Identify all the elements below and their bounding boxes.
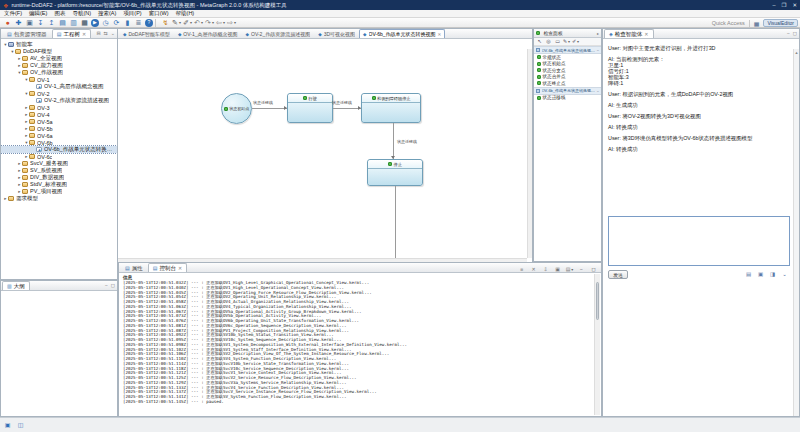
tree-item[interactable]: OV-6b_作战单元状态转换视图 — [1, 146, 117, 153]
tree-item[interactable]: OV-1 — [1, 76, 117, 83]
scrollbar-thumb[interactable] — [596, 282, 599, 320]
menu-item[interactable]: 项目(P) — [123, 10, 141, 17]
chat-input[interactable] — [608, 216, 790, 266]
tree-item[interactable]: SvcV_服务视图 — [1, 160, 117, 167]
state-initial-node[interactable]: 状态初始点 — [221, 93, 252, 124]
matrix-view-icon[interactable]: ▦ — [80, 18, 89, 27]
tree-item[interactable]: OV-6b — [1, 139, 117, 146]
columns-icon[interactable]: ▮ — [123, 18, 132, 27]
view-menu-icon[interactable]: ⌄ — [111, 31, 115, 36]
transition-line[interactable] — [395, 186, 396, 263]
tree-item[interactable]: AV_全景视图 — [1, 55, 117, 62]
tree-item[interactable]: PV_项目视图 — [1, 188, 117, 195]
undo-icon[interactable]: ↶ — [194, 18, 203, 27]
model-icon[interactable]: ◨ — [768, 270, 777, 279]
tree-item[interactable]: OV-4 — [1, 111, 117, 118]
select-tool-icon[interactable]: ↖ — [536, 38, 543, 45]
import-icon[interactable]: ↧ — [36, 18, 45, 27]
toolbar-separator[interactable] — [155, 19, 159, 27]
redo-icon[interactable]: ↷ — [205, 18, 214, 27]
image-view-icon[interactable]: ▤ — [58, 18, 67, 27]
lightning-icon[interactable]: ↯ — [161, 18, 170, 27]
active-config-icon[interactable]: ● — [3, 18, 12, 27]
tree-item[interactable]: OV-5a — [1, 118, 117, 125]
tree-item[interactable]: OV-5b — [1, 125, 117, 132]
close-icon[interactable]: ✕ — [644, 31, 648, 37]
zoom-tool-icon[interactable]: ◎ — [545, 38, 552, 45]
clear-console-icon[interactable]: ✕ — [529, 265, 538, 274]
tree-item[interactable]: StdV_标准视图 — [1, 181, 117, 188]
run-play-icon[interactable]: ▶ — [91, 19, 99, 27]
tree-item[interactable]: OV-1_高层作战概念视图 — [1, 83, 117, 90]
transition-label[interactable]: 状态迁移线 — [332, 100, 352, 105]
new-model-icon[interactable]: ✚ — [14, 18, 23, 27]
tree-item[interactable]: 需求模型 — [1, 195, 117, 202]
transition-label[interactable]: 状态迁移线 — [397, 139, 417, 144]
forward-icon[interactable]: ⇨ — [227, 18, 236, 27]
terminate-icon[interactable]: ■ — [517, 265, 526, 274]
tab-outline[interactable]: ▥大纲 — [2, 281, 30, 290]
transition-label[interactable]: 状态迁移线 — [253, 100, 273, 105]
maximize-panel-icon[interactable]: ◻ — [793, 31, 797, 36]
tree-item[interactable]: OV-6a — [1, 132, 117, 139]
tab-ov6b[interactable]: ◆OV-6b_作战单元状态转换视图✕ — [359, 29, 445, 38]
sync-status-icon[interactable]: ◫ — [16, 421, 25, 430]
attachment-icon[interactable]: ▣ — [756, 270, 765, 279]
marquee-tool-icon[interactable]: ▭ — [554, 38, 561, 45]
minimize-panel-icon[interactable]: − — [105, 283, 108, 288]
maximize-button[interactable]: ❐ — [781, 2, 786, 8]
minimize-panel-icon[interactable]: − — [577, 265, 586, 274]
export-icon[interactable]: ↥ — [47, 18, 56, 27]
maximize-panel-icon[interactable]: ◻ — [111, 283, 115, 288]
canvas-vertical-scrollbar[interactable] — [527, 49, 532, 258]
tab-dodaf-model[interactable]: ◆DoDAF智能车模型✕ — [119, 29, 174, 38]
link-editor-icon[interactable]: ⇆ — [104, 31, 108, 36]
state-node-stop[interactable]: 停止 — [367, 159, 423, 186]
save-icon[interactable]: ▣ — [25, 18, 34, 27]
collapse-icon[interactable] — [597, 88, 599, 94]
tab-3d-view[interactable]: ◆3D可视化视图✕ — [314, 29, 359, 38]
tree-item[interactable]: OV-3 — [1, 104, 117, 111]
sync-icon[interactable]: ⟳ — [112, 18, 121, 27]
collapse-all-icon[interactable]: ⊟ — [96, 31, 100, 36]
menu-icon[interactable]: ⌄ — [780, 270, 789, 279]
perspective-grid-icon[interactable]: ▦ — [754, 20, 760, 27]
tree-item[interactable]: DoDAF模型 — [1, 48, 117, 55]
menu-item[interactable]: 导航(N) — [72, 10, 91, 17]
close-button[interactable]: ✕ — [792, 2, 797, 8]
scene-view-icon[interactable]: ▥ — [69, 18, 78, 27]
state-node-driving[interactable]: 行驶 — [287, 93, 333, 123]
text-tool-icon[interactable]: ✐ — [572, 38, 579, 45]
perspective-button[interactable]: VisualEditor — [763, 19, 798, 27]
transition-line[interactable] — [333, 108, 361, 109]
tree-item[interactable]: CV_能力视图 — [1, 62, 117, 69]
model-status-icon[interactable]: ▣ — [3, 421, 12, 430]
report-icon[interactable]: ≣ — [134, 18, 143, 27]
maximize-panel-icon[interactable]: ◻ — [589, 265, 598, 274]
menu-item[interactable]: 搜索(A) — [98, 10, 116, 17]
minimize-button[interactable]: – — [772, 2, 775, 8]
tab-project-tree[interactable]: ▤工程树✕ — [52, 29, 91, 38]
tab-package-explorer[interactable]: ▤包资源管理器✕ — [2, 29, 52, 38]
scroll-up-icon[interactable]: ▲ — [794, 50, 799, 55]
menu-item[interactable]: 图表 — [54, 10, 65, 17]
diagram-canvas[interactable]: 状态初始点 行驶 检测到障碍物停止 停止 状态迁移线 状态迁移线 状态迁移线 — [118, 39, 532, 263]
transition-line[interactable] — [252, 108, 287, 109]
history-icon[interactable]: ◷ — [101, 18, 110, 27]
tab-console[interactable]: ▤控制台✕ — [148, 263, 187, 272]
tree-item[interactable]: OV-2_作战资源流描述视图 — [1, 97, 117, 104]
close-icon[interactable]: ✕ — [178, 265, 182, 271]
close-icon[interactable]: ✕ — [82, 31, 86, 37]
note-tool-icon[interactable]: ✎ — [563, 38, 570, 45]
menu-item[interactable]: 窗口(W) — [149, 10, 169, 17]
tab-ov1[interactable]: ◆OV-1_高层作战概念视图✕ — [174, 29, 242, 38]
chevron-right-icon[interactable]: ▸ — [597, 31, 599, 36]
collapse-icon[interactable] — [597, 47, 599, 53]
menu-item[interactable]: 编辑(E) — [29, 10, 47, 17]
tree-item[interactable]: OV-2 — [1, 90, 117, 97]
pin-console-icon[interactable]: ▣ — [553, 265, 562, 274]
menu-item[interactable]: 帮助(H) — [176, 10, 195, 17]
open-console-icon[interactable]: ▤ — [565, 265, 574, 274]
palette-section-header-relations[interactable]: OV-6b_作战单元状态转换视图 - 关系 — [534, 87, 601, 95]
highlight-icon[interactable]: ✐ — [183, 18, 192, 27]
